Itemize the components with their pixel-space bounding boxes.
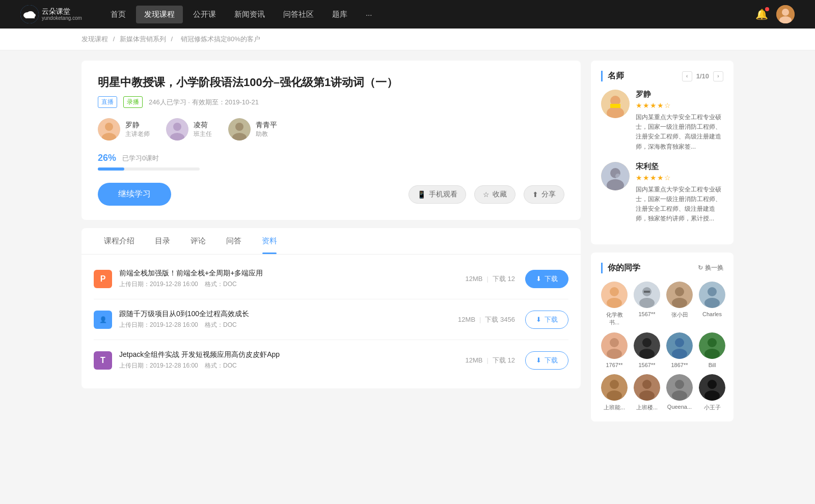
teachers-next-button[interactable]: › xyxy=(713,71,723,81)
teacher-role-1: 班主任 xyxy=(194,130,212,138)
classmate-avatar-6 xyxy=(666,332,693,359)
classmate-avatar-1 xyxy=(634,282,660,308)
classmate-10[interactable]: Queena... xyxy=(666,374,693,411)
classmate-5[interactable]: 1567** xyxy=(634,332,660,368)
course-stats: 246人已学习 · 有效期至：2019-10-21 xyxy=(149,98,259,107)
resource-name-1: 跟随千万级项目从0到100全过程高效成长 xyxy=(119,310,458,319)
nav-qa[interactable]: 问答社区 xyxy=(275,6,322,23)
nav-more[interactable]: ··· xyxy=(358,6,381,23)
bell-icon[interactable]: 🔔 xyxy=(755,8,768,20)
svg-point-39 xyxy=(610,338,619,347)
continue-learning-button[interactable]: 继续学习 xyxy=(98,183,171,206)
classmate-name-6: 1867** xyxy=(671,362,688,368)
teacher-stars-1: ★★★★☆ xyxy=(636,174,723,182)
resource-info-1: 跟随千万级项目从0到100全过程高效成长 上传日期：2019-12-28 16:… xyxy=(119,310,458,329)
svg-point-36 xyxy=(708,287,717,296)
teacher-info-1: 凌荷 班主任 xyxy=(194,121,212,138)
breadcrumb-series[interactable]: 新媒体营销系列 xyxy=(120,35,166,43)
tab-catalog[interactable]: 目录 xyxy=(145,228,180,254)
logo[interactable]: 云朵课堂 yundoketang.com xyxy=(20,5,82,23)
classmate-9[interactable]: 上班楼... xyxy=(634,374,660,411)
classmate-avatar-2 xyxy=(666,282,693,308)
classmate-2[interactable]: 张小田 xyxy=(666,282,693,326)
classmate-6[interactable]: 1867** xyxy=(666,332,693,368)
teacher-avatar-1 xyxy=(166,118,188,141)
classmate-name-7: Bill xyxy=(709,362,716,368)
progress-label: 已学习0课时 xyxy=(122,154,159,163)
star-icon: ☆ xyxy=(483,190,490,199)
resource-item-1: 👤 跟随千万级项目从0到100全过程高效成长 上传日期：2019-12-28 1… xyxy=(94,299,568,340)
share-icon: ⬆ xyxy=(532,190,538,199)
teacher-card-avatar-1 xyxy=(601,162,630,190)
resource-item-0: P 前端全栈加强版！前端全栈+全周期+多端应用 上传日期：2019-12-28 … xyxy=(94,259,568,299)
tab-resources[interactable]: 资料 xyxy=(252,228,287,254)
classmate-0[interactable]: 化学教书... xyxy=(601,282,628,326)
nav-home[interactable]: 首页 xyxy=(102,6,134,23)
svg-point-51 xyxy=(610,380,619,389)
tabs: 课程介绍 目录 评论 问答 资料 xyxy=(82,228,581,255)
tab-intro[interactable]: 课程介绍 xyxy=(94,228,145,254)
svg-point-37 xyxy=(704,298,720,308)
classmate-avatar-11 xyxy=(699,374,725,401)
breadcrumb: 发现课程 / 新媒体营销系列 / 销冠修炼术搞定80%的客户 xyxy=(0,29,815,50)
classmate-11[interactable]: 小王子 xyxy=(699,374,725,411)
teacher-name-1: 凌荷 xyxy=(194,121,212,130)
nav-open-class[interactable]: 公开课 xyxy=(185,6,224,23)
resource-name-2: Jetpack全组件实战 开发短视频应用高仿皮皮虾App xyxy=(119,350,466,359)
teacher-card-name-0: 罗静 xyxy=(636,90,723,99)
teacher-info-2: 青青平 助教 xyxy=(256,121,277,138)
teacher-card-1: 宋利坚 ★★★★☆ 国内某重点大学安全工程专业硕士，国家一级注册消防工程师、注册… xyxy=(601,162,723,224)
share-button[interactable]: ⬆ 分享 xyxy=(524,185,564,204)
classmate-8[interactable]: 上班能... xyxy=(601,374,628,411)
nav-quiz[interactable]: 题库 xyxy=(324,6,356,23)
classmate-name-10: Queena... xyxy=(667,404,692,410)
resource-item-2: T Jetpack全组件实战 开发短视频应用高仿皮皮虾App 上传日期：2019… xyxy=(94,340,568,380)
classmate-1[interactable]: 1567** xyxy=(634,282,660,326)
classmate-4[interactable]: 1767** xyxy=(601,332,628,368)
mobile-watch-button[interactable]: 📱 手机观看 xyxy=(409,185,466,204)
svg-point-57 xyxy=(675,380,684,389)
main-content: 明星中教授课，小学阶段语法100分–强化级第1讲动词（一） 直播 录播 246人… xyxy=(0,50,815,440)
classmate-avatar-7 xyxy=(699,332,725,359)
svg-point-55 xyxy=(639,390,655,401)
classmate-7[interactable]: Bill xyxy=(699,332,725,368)
nav-discover[interactable]: 发现课程 xyxy=(136,6,183,23)
refresh-classmates-button[interactable]: ↻ 换一换 xyxy=(698,264,723,272)
svg-point-12 xyxy=(173,123,181,131)
breadcrumb-discover[interactable]: 发现课程 xyxy=(82,35,108,43)
tab-qa[interactable]: 问答 xyxy=(216,228,252,254)
classmate-avatar-9 xyxy=(634,374,660,401)
teacher-desc-0: 国内某重点大学安全工程专业硕士，国家一级注册消防工程师、注册安全工程师、高级注册… xyxy=(636,113,723,152)
teacher-avatar-2 xyxy=(228,118,251,141)
teachers-prev-button[interactable]: ‹ xyxy=(682,71,692,81)
svg-point-54 xyxy=(642,380,651,389)
course-meta: 直播 录播 246人已学习 · 有效期至：2019-10-21 xyxy=(98,96,564,108)
mobile-icon: 📱 xyxy=(417,190,426,199)
classmate-3[interactable]: Charles xyxy=(699,282,725,326)
nav-news[interactable]: 新闻资讯 xyxy=(226,6,273,23)
download-button-0[interactable]: ⬇ 下载 xyxy=(525,270,568,288)
svg-point-30 xyxy=(639,298,655,308)
download-button-1[interactable]: ⬇ 下载 xyxy=(525,311,568,329)
tab-comments[interactable]: 评论 xyxy=(180,228,216,254)
collect-button[interactable]: ☆ 收藏 xyxy=(474,185,515,204)
svg-point-52 xyxy=(607,390,622,401)
progress-bar-fill xyxy=(98,167,124,171)
svg-point-26 xyxy=(610,287,619,296)
resource-meta-0: 上传日期：2019-12-28 16:00 格式：DOC xyxy=(119,280,466,289)
teacher-card-avatar-0 xyxy=(601,90,630,118)
right-panel: 名师 ‹ 1/10 › 罗静 xyxy=(591,61,734,430)
download-button-2[interactable]: ⬇ 下载 xyxy=(525,351,568,370)
classmate-name-0: 化学教书... xyxy=(601,311,628,326)
navbar: 云朵课堂 yundoketang.com 首页 发现课程 公开课 新闻资讯 问答… xyxy=(0,0,815,29)
svg-rect-20 xyxy=(610,104,620,108)
svg-point-43 xyxy=(639,349,655,359)
resource-icon-0: P xyxy=(94,270,112,288)
svg-point-60 xyxy=(708,380,717,389)
resource-stats-0: 12MB | 下载 12 xyxy=(466,274,515,284)
svg-point-9 xyxy=(105,123,113,131)
classmate-name-2: 张小田 xyxy=(671,311,688,319)
course-actions: 继续学习 📱 手机观看 ☆ 收藏 ⬆ 分享 xyxy=(98,183,564,206)
user-avatar-nav[interactable] xyxy=(776,5,795,23)
svg-point-15 xyxy=(235,123,243,131)
